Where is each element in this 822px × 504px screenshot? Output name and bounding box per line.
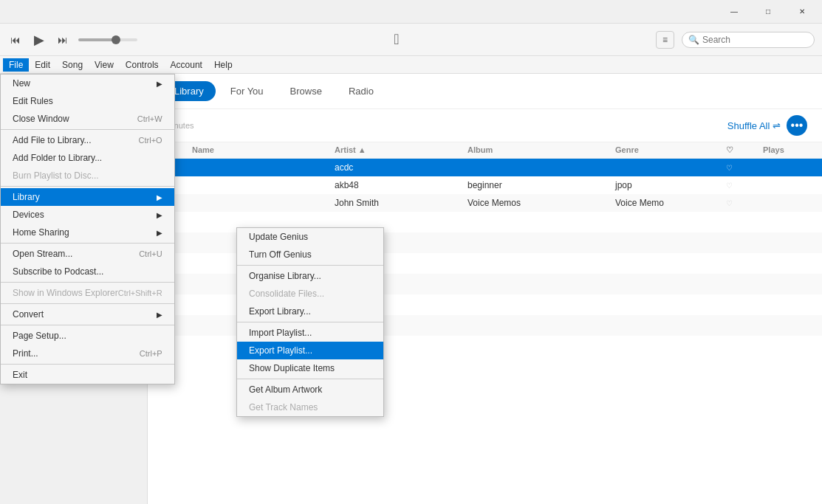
- separator: [237, 379, 383, 379]
- shuffle-all-button[interactable]: Shuffle All ⇌: [727, 120, 781, 131]
- content-header: minutes Shuffle All ⇌ •••: [148, 109, 822, 142]
- tab-radio[interactable]: Radio: [337, 81, 386, 101]
- toolbar: ⏮ ▶ ⏭  ≡ 🔍: [0, 24, 822, 56]
- menu-convert[interactable]: Convert▶: [1, 305, 174, 323]
- menu-page-setup[interactable]: Page Setup...: [1, 327, 174, 345]
- menu-new[interactable]: New▶: [1, 75, 174, 92]
- close-button[interactable]: ✕: [785, 0, 819, 24]
- separator: [1, 303, 174, 304]
- cell-heart[interactable]: ♡: [726, 182, 763, 190]
- menu-organise-library[interactable]: Organise Library...: [237, 267, 383, 285]
- menu-account[interactable]: Account: [165, 58, 208, 72]
- cell-heart[interactable]: ♡: [726, 164, 763, 172]
- tab-bar: Library For You Browse Radio: [148, 74, 822, 109]
- menu-add-file[interactable]: Add File to Library...Ctrl+O: [1, 131, 174, 149]
- col-plays: Plays: [763, 145, 807, 155]
- tab-for-you[interactable]: For You: [219, 81, 275, 101]
- menu-subscribe-podcast[interactable]: Subscribe to Podcast...: [1, 263, 174, 280]
- table-header: # Name Artist ▲ Album Genre ♡ Plays: [148, 142, 822, 159]
- play-button[interactable]: ▶: [31, 29, 47, 51]
- rewind-button[interactable]: ⏮: [7, 31, 24, 49]
- menu-get-album-artwork[interactable]: Get Album Artwork: [237, 381, 383, 398]
- table-row[interactable]: 29 acdc ♡: [148, 159, 822, 176]
- volume-slider[interactable]: [78, 38, 137, 41]
- menu-show-explorer: Show in Windows ExplorerCtrl+Shift+R: [1, 284, 174, 302]
- menu-turn-off-genius[interactable]: Turn Off Genius: [237, 246, 383, 263]
- menu-devices[interactable]: Devices▶: [1, 206, 174, 224]
- menu-update-genius[interactable]: Update Genius: [237, 228, 383, 246]
- menu-edit[interactable]: Edit: [29, 58, 56, 72]
- menu-print[interactable]: Print...Ctrl+P: [1, 345, 174, 362]
- menu-song[interactable]: Song: [56, 58, 89, 72]
- title-bar: — □ ✕: [0, 0, 822, 24]
- menu-controls[interactable]: Controls: [120, 58, 165, 72]
- cell-genre: Voice Memo: [615, 198, 726, 208]
- volume-thumb: [112, 35, 120, 44]
- menu-help[interactable]: Help: [208, 58, 239, 72]
- apple-logo: : [145, 31, 648, 48]
- minimize-button[interactable]: —: [717, 0, 751, 24]
- menu-close-window[interactable]: Close WindowCtrl+W: [1, 110, 174, 128]
- menu-edit-rules[interactable]: Edit Rules: [1, 92, 174, 110]
- col-heart: ♡: [726, 145, 763, 155]
- menu-exit[interactable]: Exit: [1, 366, 174, 384]
- cell-genre: jpop: [615, 180, 726, 190]
- col-artist: Artist ▲: [335, 145, 467, 155]
- file-menu-dropdown: New▶ Edit Rules Close WindowCtrl+W Add F…: [0, 74, 175, 384]
- search-box: 🔍: [682, 32, 815, 48]
- cell-album: beginner: [467, 180, 615, 190]
- menubar: File Edit Song View Controls Account Hel…: [0, 56, 822, 74]
- library-submenu: Update Genius Turn Off Genius Organise L…: [236, 227, 384, 417]
- menu-import-playlist[interactable]: Import Playlist...: [237, 324, 383, 342]
- separator: [237, 265, 383, 266]
- menu-open-stream[interactable]: Open Stream...Ctrl+U: [1, 245, 174, 263]
- table-row[interactable]: 00 akb48 beginner jpop ♡: [148, 176, 822, 194]
- cell-album: Voice Memos: [467, 198, 615, 208]
- separator: [1, 282, 174, 283]
- search-input[interactable]: [702, 35, 806, 45]
- separator: [1, 364, 174, 365]
- cell-artist: John Smith: [335, 198, 467, 208]
- col-name: Name: [192, 145, 335, 155]
- menu-export-playlist[interactable]: Export Playlist...: [237, 342, 383, 359]
- separator: [1, 325, 174, 325]
- cell-heart[interactable]: ♡: [726, 199, 763, 207]
- col-album: Album: [467, 145, 615, 155]
- search-icon: 🔍: [688, 35, 699, 45]
- separator: [1, 186, 174, 187]
- separator: [237, 322, 383, 322]
- menu-add-folder[interactable]: Add Folder to Library...: [1, 149, 174, 167]
- tab-browse[interactable]: Browse: [278, 81, 334, 101]
- menu-home-sharing[interactable]: Home Sharing▶: [1, 224, 174, 241]
- separator: [1, 243, 174, 244]
- menu-export-library[interactable]: Export Library...: [237, 303, 383, 320]
- cell-artist: acdc: [335, 162, 467, 173]
- list-view-button[interactable]: ≡: [656, 31, 674, 49]
- cell-artist: akb48: [335, 180, 467, 190]
- separator: [1, 129, 174, 130]
- col-genre: Genre: [615, 145, 726, 155]
- more-options-button[interactable]: •••: [787, 115, 807, 136]
- menu-show-duplicates[interactable]: Show Duplicate Items: [237, 359, 383, 377]
- menu-get-track-names: Get Track Names: [237, 398, 383, 416]
- table-row[interactable]: 02 John Smith Voice Memos Voice Memo ♡: [148, 194, 822, 212]
- menu-burn: Burn Playlist to Disc...: [1, 167, 174, 184]
- forward-button[interactable]: ⏭: [55, 31, 71, 49]
- maximize-button[interactable]: □: [751, 0, 785, 24]
- menu-view[interactable]: View: [89, 58, 120, 72]
- menu-library[interactable]: Library▶: [1, 188, 174, 206]
- menu-file[interactable]: File: [3, 58, 29, 72]
- menu-consolidate-files: Consolidate Files...: [237, 285, 383, 303]
